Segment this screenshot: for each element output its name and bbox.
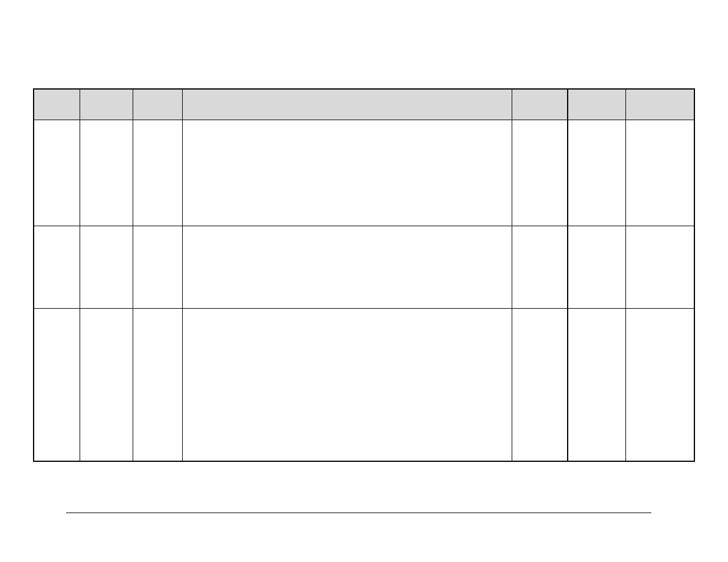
data-table [33, 88, 695, 462]
table-header [133, 89, 182, 120]
table-header [34, 89, 80, 120]
table-cell [568, 308, 626, 461]
table-header [512, 89, 567, 120]
table-cell [80, 120, 133, 226]
table-row [34, 226, 694, 308]
table-cell [133, 120, 182, 226]
table-cell [568, 120, 626, 226]
table-cell [512, 308, 567, 461]
table-cell [512, 120, 567, 226]
table-cell [34, 226, 80, 308]
document-page [0, 0, 728, 562]
table-row [34, 120, 694, 226]
table-cell [626, 308, 694, 461]
table-header [626, 89, 694, 120]
table-cell [182, 308, 512, 461]
table-cell [182, 226, 512, 308]
table-cell [568, 226, 626, 308]
table-cell [34, 308, 80, 461]
table-cell [34, 120, 80, 226]
table-cell [512, 226, 567, 308]
table-cell [133, 308, 182, 461]
table-cell [626, 226, 694, 308]
table-header [182, 89, 512, 120]
footer-rule [66, 513, 651, 513]
table-cell [182, 120, 512, 226]
table-cell [626, 120, 694, 226]
table-header [80, 89, 133, 120]
table-row [34, 308, 694, 461]
table-header-row [34, 89, 694, 120]
table-cell [133, 226, 182, 308]
table-header [568, 89, 626, 120]
table-cell [80, 308, 133, 461]
table-cell [80, 226, 133, 308]
